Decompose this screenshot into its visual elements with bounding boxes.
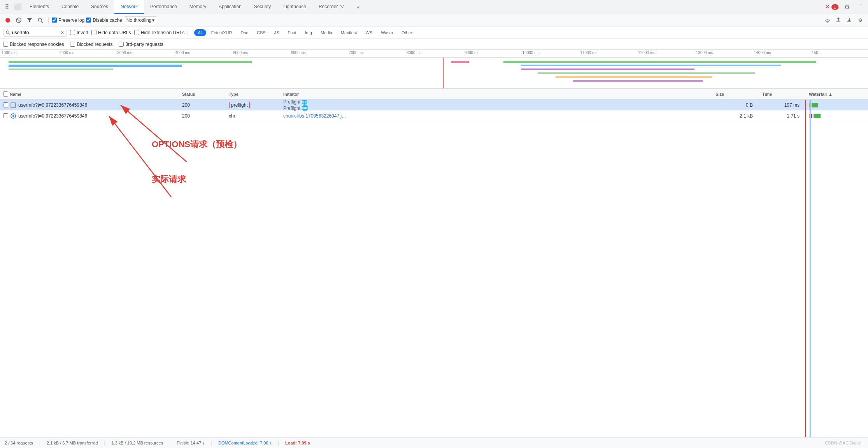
filter-separator — [188, 30, 188, 36]
filter-other[interactable]: Other — [398, 29, 416, 36]
record-button[interactable] — [3, 16, 12, 25]
filter-media[interactable]: Media — [317, 29, 336, 36]
separator-1 — [48, 17, 49, 23]
devtools-menu-icon[interactable]: ⠿ — [2, 2, 12, 12]
blocked-bar: Blocked response cookies Blocked request… — [0, 39, 868, 50]
tab-performance[interactable]: Performance — [144, 0, 183, 14]
waterfall-line-blue — [810, 100, 810, 437]
options-annotation-label: OPTIONS请求（预检） — [152, 139, 242, 150]
table-header: Name Status Type Initiator Size Time Wat… — [0, 89, 868, 100]
preserve-log-checkbox[interactable]: Preserve log — [52, 18, 84, 23]
tab-network[interactable]: Network — [114, 0, 144, 14]
tab-application[interactable]: Application — [212, 0, 248, 14]
svg-rect-7 — [11, 103, 16, 107]
xhr-icon — [11, 113, 16, 119]
td-waterfall-1 — [806, 100, 868, 110]
tab-lighthouse[interactable]: Lighthouse — [277, 0, 312, 14]
tab-console[interactable]: Console — [55, 0, 85, 14]
tab-more[interactable]: » — [351, 0, 366, 14]
tab-sources[interactable]: Sources — [85, 0, 114, 14]
td-time-1: 197 ms — [759, 102, 806, 108]
preflight-info-icon: 🌐 — [302, 105, 308, 111]
arrow-actual — [70, 100, 226, 255]
svg-line-12 — [109, 116, 171, 197]
timeline-graph[interactable] — [0, 58, 868, 89]
th-initiator[interactable]: Initiator — [280, 92, 712, 97]
third-party-checkbox[interactable]: 3rd-party requests — [119, 42, 163, 47]
blocked-requests-checkbox[interactable]: Blocked requests — [70, 42, 112, 47]
filter-js[interactable]: JS — [271, 29, 283, 36]
hide-data-urls-checkbox[interactable]: Hide data URLs — [91, 30, 131, 35]
tab-security[interactable]: Security — [248, 0, 277, 14]
filter-css[interactable]: CSS — [253, 29, 269, 36]
invert-checkbox[interactable]: Invert — [70, 30, 88, 35]
annotation-overlay: OPTIONS请求（预检） 实际请求 — [0, 100, 868, 437]
filter-manifest[interactable]: Manifest — [337, 29, 361, 36]
tab-elements[interactable]: Elements — [23, 0, 55, 14]
svg-point-3 — [39, 18, 42, 21]
timeline-ruler: 1000 ms 2000 ms 3000 ms 4000 ms 5000 ms … — [0, 50, 868, 58]
throttle-dropdown[interactable]: No throttling ▾ — [124, 16, 158, 24]
blocked-cookies-checkbox[interactable]: Blocked response cookies — [3, 42, 64, 47]
filter-font[interactable]: Font — [284, 29, 300, 36]
sort-icon: ▲ — [828, 92, 833, 97]
network-toolbar: Preserve log Disable cache No throttling… — [0, 14, 868, 26]
filter-wasm[interactable]: Wasm — [377, 29, 396, 36]
waterfall-line-red — [805, 100, 806, 437]
filter-img[interactable]: Img — [302, 29, 316, 36]
actual-annotation-label: 实际请求 — [152, 174, 186, 185]
th-status[interactable]: Status — [179, 92, 226, 97]
settings-icon[interactable]: ⚙ — [842, 2, 852, 12]
type-filter-buttons: All Fetch/XHR Doc CSS JS Font Img Media … — [194, 29, 416, 36]
search-input[interactable] — [12, 30, 59, 35]
preflight-icon — [11, 102, 16, 108]
filter-bar: ✕ Invert Hide data URLs Hide extension U… — [0, 26, 868, 39]
td-type-2: xhr — [226, 113, 280, 119]
td-initiator-1: Preflight 🌐 Preflight 🌐 — [280, 100, 712, 111]
td-waterfall-2 — [806, 111, 868, 121]
svg-line-2 — [17, 19, 20, 22]
tab-memory[interactable]: Memory — [183, 0, 212, 14]
th-waterfall[interactable]: Waterfall ▲ — [806, 92, 868, 97]
download-icon[interactable] — [845, 16, 854, 25]
table-row[interactable]: userInfo?t=0.9722336776459846 200 prefli… — [0, 100, 868, 111]
filter-toggle-button[interactable] — [25, 16, 34, 25]
row-checkbox-2[interactable] — [3, 113, 8, 118]
more-options-icon[interactable]: ⋮ — [856, 2, 866, 12]
devtools-dock-icon[interactable]: ⬜ — [12, 2, 23, 12]
table-row[interactable]: userInfo?t=0.9722336776459846 200 xhr ch… — [0, 111, 868, 121]
clear-button[interactable] — [14, 16, 23, 25]
th-time[interactable]: Time — [759, 92, 806, 97]
tab-recorder[interactable]: Recorder ⌥ — [312, 0, 351, 14]
hide-extension-checkbox[interactable]: Hide extension URLs — [134, 30, 185, 35]
chevron-down-icon: ▾ — [152, 18, 154, 23]
filter-all[interactable]: All — [194, 29, 206, 36]
error-count-badge: 1 — [831, 4, 838, 10]
filter-ws[interactable]: WS — [362, 29, 376, 36]
table-container: userInfo?t=0.9722336776459846 200 prefli… — [0, 100, 868, 437]
row-checkbox-1[interactable] — [3, 102, 8, 107]
td-name-1: userInfo?t=0.9722336776459846 — [0, 102, 179, 108]
svg-line-4 — [41, 21, 43, 23]
disable-cache-checkbox[interactable]: Disable cache — [86, 18, 122, 23]
td-size-2: 2.1 kB — [712, 113, 759, 119]
search-icon — [6, 30, 11, 35]
close-error-icon[interactable]: ✕ — [825, 3, 830, 11]
search-button[interactable] — [36, 16, 45, 25]
td-type-1: preflight — [226, 102, 280, 108]
td-status-1: 200 — [179, 102, 226, 108]
td-initiator-2: chunk-libs.1709563226047.j… — [280, 113, 712, 119]
devtools-tab-bar: ⠿ ⬜ Elements Console Sources Network Per… — [0, 0, 868, 14]
clear-search-icon[interactable]: ✕ — [60, 30, 64, 35]
upload-icon[interactable] — [834, 16, 843, 25]
svg-point-5 — [6, 31, 9, 33]
th-size[interactable]: Size — [712, 92, 759, 97]
filter-doc[interactable]: Doc — [237, 29, 252, 36]
search-box[interactable]: ✕ — [3, 29, 67, 37]
th-type[interactable]: Type — [226, 92, 280, 97]
select-all-checkbox[interactable] — [3, 91, 8, 97]
wifi-icon[interactable] — [823, 16, 832, 25]
filter-fetch-xhr[interactable]: Fetch/XHR — [208, 29, 236, 36]
th-name[interactable]: Name — [0, 91, 179, 97]
settings-right-icon[interactable]: ⚙ — [856, 16, 865, 25]
